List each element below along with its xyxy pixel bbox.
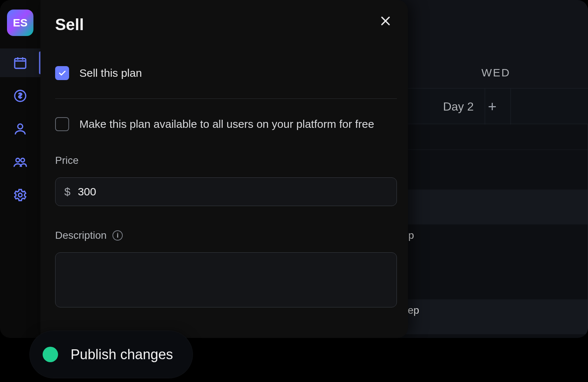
status-dot-icon bbox=[43, 347, 58, 362]
description-input-wrapper[interactable] bbox=[55, 252, 397, 307]
avatar-initials: ES bbox=[13, 17, 28, 29]
sell-panel: Sell Sell this plan Make this plan avail… bbox=[40, 0, 408, 338]
sidebar-item-billing[interactable] bbox=[0, 82, 40, 110]
sidebar-item-clients[interactable] bbox=[0, 115, 40, 143]
close-icon bbox=[379, 15, 392, 27]
people-icon bbox=[13, 155, 28, 169]
check-icon bbox=[58, 69, 67, 78]
gear-icon bbox=[13, 188, 28, 202]
calendar-icon bbox=[13, 55, 28, 70]
modal-title: Sell bbox=[55, 15, 390, 34]
plus-icon: + bbox=[488, 98, 496, 115]
weekday-header-wed: WED bbox=[481, 66, 510, 79]
free-plan-checkbox[interactable] bbox=[55, 117, 69, 131]
price-input-wrapper[interactable]: $ bbox=[55, 177, 397, 206]
svg-point-2 bbox=[18, 124, 22, 129]
sell-plan-checkbox[interactable] bbox=[55, 66, 69, 80]
svg-point-3 bbox=[16, 158, 19, 162]
currency-symbol: $ bbox=[64, 185, 71, 198]
close-button[interactable] bbox=[379, 15, 392, 29]
publish-changes-button[interactable]: Publish changes bbox=[29, 331, 193, 378]
sell-plan-label: Sell this plan bbox=[79, 67, 142, 79]
sidebar-item-groups[interactable] bbox=[0, 148, 40, 176]
svg-point-4 bbox=[21, 158, 25, 162]
dollar-circle-icon bbox=[13, 89, 28, 103]
price-input[interactable] bbox=[78, 185, 388, 198]
divider bbox=[55, 98, 397, 99]
sidebar-item-programs[interactable] bbox=[0, 48, 40, 77]
svg-rect-0 bbox=[15, 58, 26, 68]
day-tab-label: Day 2 bbox=[443, 100, 474, 113]
publish-label: Publish changes bbox=[71, 347, 173, 363]
info-icon[interactable]: i bbox=[112, 230, 123, 241]
description-textarea[interactable] bbox=[64, 260, 388, 300]
free-plan-label: Make this plan available to all users on… bbox=[79, 118, 374, 130]
sidebar-item-settings[interactable] bbox=[0, 181, 40, 209]
person-icon bbox=[13, 122, 28, 136]
price-label: Price bbox=[55, 155, 390, 166]
svg-point-5 bbox=[18, 193, 22, 197]
app-sidebar: ES bbox=[0, 0, 40, 338]
user-avatar[interactable]: ES bbox=[7, 10, 33, 36]
description-label: Description i bbox=[55, 230, 390, 241]
add-day-button[interactable]: + bbox=[485, 89, 511, 125]
